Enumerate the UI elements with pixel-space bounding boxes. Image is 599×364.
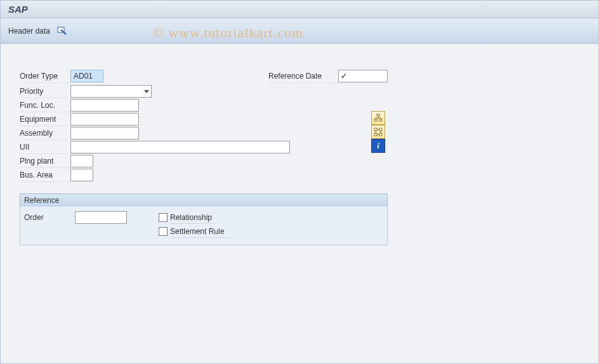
assembly-label: Assembly bbox=[20, 126, 70, 140]
toolbar: Header data bbox=[1, 18, 598, 44]
plng-plant-label: Plng plant bbox=[20, 154, 70, 168]
order-type-field[interactable]: AD01 bbox=[70, 70, 103, 82]
info-icon[interactable]: i bbox=[371, 139, 385, 153]
reference-panel-title: Reference bbox=[20, 193, 388, 207]
bus-area-label: Bus. Area bbox=[20, 168, 70, 182]
svg-rect-4 bbox=[374, 128, 377, 131]
priority-label: Priority bbox=[20, 84, 70, 98]
structure-icon[interactable] bbox=[371, 125, 385, 139]
order-label: Order bbox=[24, 213, 75, 222]
func-loc-field[interactable] bbox=[70, 99, 139, 112]
svg-rect-2 bbox=[374, 119, 377, 121]
svg-rect-6 bbox=[374, 133, 377, 136]
content-area: Order Type AD01 Reference Date ✓ Priorit… bbox=[1, 44, 598, 245]
svg-rect-1 bbox=[377, 114, 379, 116]
settlement-rule-checkbox[interactable] bbox=[159, 227, 168, 236]
equipment-field[interactable] bbox=[70, 113, 139, 126]
header-data-icon[interactable] bbox=[56, 25, 68, 37]
plng-plant-field[interactable] bbox=[70, 155, 93, 167]
uii-label: UII bbox=[20, 140, 70, 154]
svg-rect-3 bbox=[379, 119, 382, 121]
side-icon-bar: i bbox=[371, 111, 385, 153]
relationship-checkbox[interactable] bbox=[159, 213, 168, 222]
reference-date-field[interactable]: ✓ bbox=[338, 70, 388, 82]
reference-date-label: Reference Date bbox=[268, 69, 338, 83]
svg-rect-5 bbox=[379, 128, 382, 131]
title-bar: SAP bbox=[1, 1, 598, 18]
order-field[interactable] bbox=[75, 211, 127, 224]
order-type-label: Order Type bbox=[20, 69, 70, 83]
settlement-rule-label: Settlement Rule bbox=[170, 225, 230, 238]
assembly-field[interactable] bbox=[70, 127, 139, 140]
hierarchy-icon[interactable] bbox=[371, 111, 385, 125]
bus-area-field[interactable] bbox=[70, 169, 93, 181]
order-reference-row: Order Type AD01 Reference Date ✓ bbox=[20, 69, 579, 83]
header-data-button-label[interactable]: Header data bbox=[8, 27, 50, 36]
reference-panel: Reference Order Relationship Settlement … bbox=[20, 193, 388, 245]
window-title: SAP bbox=[8, 4, 28, 15]
uii-field[interactable] bbox=[70, 141, 290, 153]
svg-rect-7 bbox=[379, 133, 382, 136]
equipment-label: Equipment bbox=[20, 112, 70, 126]
relationship-label: Relationship bbox=[170, 211, 218, 224]
func-loc-label: Func. Loc. bbox=[20, 98, 70, 112]
priority-dropdown[interactable] bbox=[70, 85, 152, 98]
check-icon: ✓ bbox=[341, 72, 347, 81]
